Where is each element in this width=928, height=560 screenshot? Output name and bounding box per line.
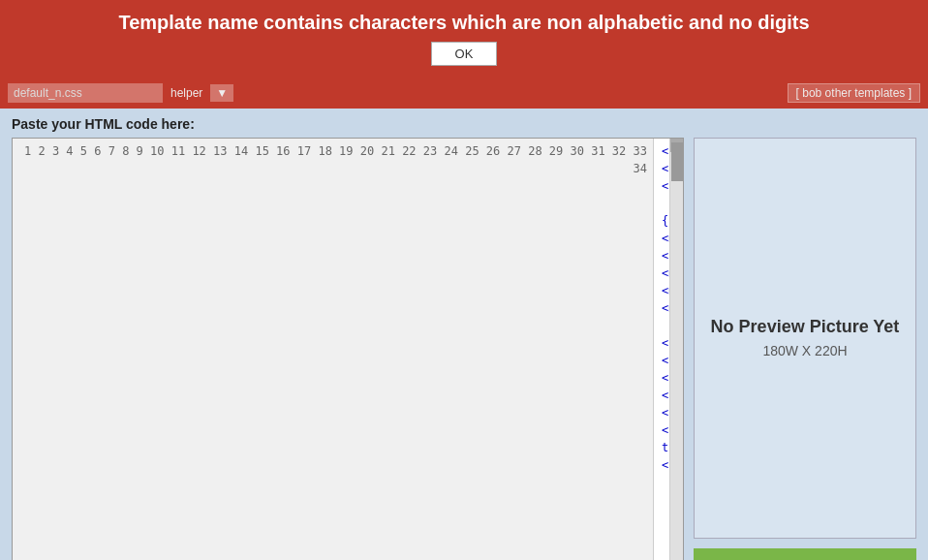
error-banner: Template name contains characters which … [0, 0, 928, 78]
template-name-input[interactable] [8, 83, 163, 103]
code-textarea[interactable]: <!DOCTYPE html> <html lang="en"> <head> … [654, 139, 669, 560]
code-editor: 1 2 3 4 5 6 7 8 9 10 11 12 13 14 15 16 1… [12, 138, 684, 560]
preview-box: No Preview Picture Yet 180W X 220H [694, 138, 916, 539]
scroll-thumb[interactable] [671, 142, 683, 181]
right-panel: No Preview Picture Yet 180W X 220H Previ… [694, 138, 916, 560]
dropdown-control[interactable]: ▼ [210, 84, 233, 102]
helper-label: helper [170, 86, 202, 100]
main-content: Paste your HTML code here: 1 2 3 4 5 6 7… [0, 109, 928, 560]
error-title: Template name contains characters which … [19, 12, 909, 34]
other-templates-link[interactable]: [ bob other templates ] [788, 83, 920, 103]
preview-title: No Preview Picture Yet [711, 317, 900, 337]
ok-button[interactable]: OK [431, 42, 498, 66]
line-numbers: 1 2 3 4 5 6 7 8 9 10 11 12 13 14 15 16 1… [13, 139, 654, 560]
content-row: 1 2 3 4 5 6 7 8 9 10 11 12 13 14 15 16 1… [12, 138, 916, 560]
scrollbar[interactable]: ▲ ▼ [669, 139, 683, 560]
paste-label: Paste your HTML code here: [12, 116, 916, 132]
preview-hint: Preview images are helpful when chosing … [694, 548, 916, 560]
toolbar: helper ▼ [ bob other templates ] [0, 78, 928, 109]
preview-dimensions: 180W X 220H [762, 343, 847, 358]
